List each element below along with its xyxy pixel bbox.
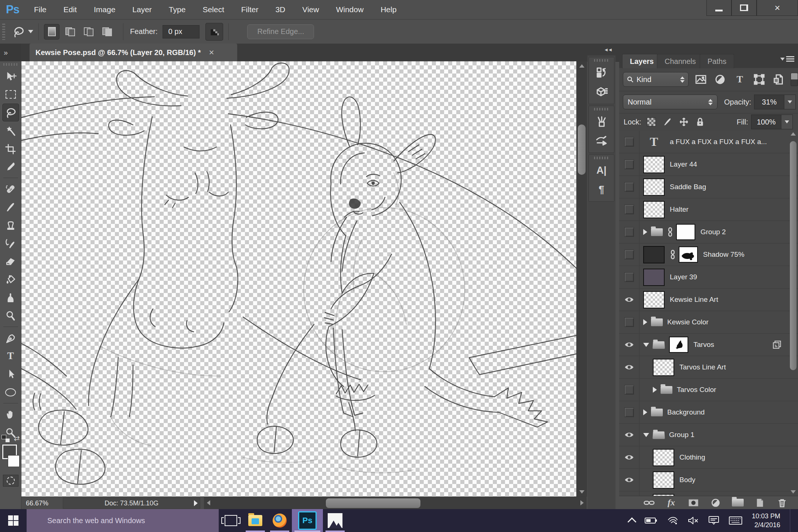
scroll-down-icon[interactable] [579, 490, 584, 494]
magic-wand-tool[interactable] [2, 122, 19, 140]
new-selection-mode-button[interactable] [44, 24, 59, 40]
visibility-toggle[interactable] [619, 491, 640, 496]
volume-muted-icon[interactable] [688, 516, 699, 525]
layer-row[interactable]: Layer 39 [619, 266, 798, 289]
lock-transparent-pixels-button[interactable] [645, 116, 658, 128]
feather-input[interactable] [163, 25, 200, 38]
layer-thumbnail[interactable] [653, 449, 674, 466]
visibility-toggle[interactable] [619, 334, 640, 356]
visibility-toggle[interactable] [619, 446, 640, 468]
intersect-selection-button[interactable] [99, 24, 115, 40]
layer-row[interactable]: Group 1 [619, 424, 798, 446]
menu-edit[interactable]: Edit [64, 5, 77, 14]
3d-panel-button[interactable] [591, 82, 612, 102]
menu-help[interactable]: Help [381, 5, 396, 14]
menu-window[interactable]: Window [336, 5, 364, 14]
layer-name[interactable]: Layer 44 [670, 160, 697, 168]
menu-view[interactable]: View [302, 5, 319, 14]
tab-close-icon[interactable]: × [209, 48, 214, 57]
brush-presets-panel-button[interactable] [591, 112, 612, 131]
visibility-toggle[interactable] [619, 131, 640, 153]
paint-bucket-tool[interactable] [2, 270, 19, 289]
battery-icon[interactable] [645, 517, 657, 524]
type-tool[interactable]: T [2, 347, 19, 365]
tray-overflow-icon[interactable] [627, 517, 636, 526]
status-flyout-icon[interactable] [194, 500, 198, 506]
layer-row[interactable]: Kewsie Line Art [619, 289, 798, 311]
start-button[interactable] [0, 509, 27, 532]
photoshop-taskbar-button[interactable]: Ps [292, 509, 323, 532]
layer-name[interactable]: Kewsie Line Art [670, 296, 718, 304]
close-button[interactable]: × [757, 0, 798, 16]
layer-row[interactable]: Halter [619, 198, 798, 221]
taskbar-search-input[interactable] [27, 509, 219, 532]
layer-name[interactable]: Kewsie Color [667, 318, 709, 326]
layer-row[interactable]: T a FUX a FUX a FUX a FUX a... [619, 131, 798, 153]
clone-stamp-tool[interactable] [2, 216, 19, 234]
link-layers-button[interactable] [643, 497, 655, 508]
layer-name[interactable]: Tarvos Color [677, 386, 716, 394]
eyedropper-tool[interactable] [2, 158, 19, 176]
anti-alias-button[interactable] [205, 23, 223, 41]
layer-thumbnail[interactable] [653, 471, 674, 489]
adjustment-layer-button[interactable] [709, 497, 722, 508]
layer-name[interactable]: Tarvos Line Art [679, 363, 726, 371]
layer-name[interactable]: Group 2 [700, 228, 726, 236]
default-colors-icon[interactable] [1, 435, 10, 442]
tab-paths[interactable]: Paths [700, 54, 734, 68]
layer-name[interactable]: Layer 39 [670, 273, 697, 281]
pen-tool[interactable] [2, 329, 19, 347]
vertical-scroll-thumb[interactable] [578, 125, 586, 175]
horizontal-scroll-thumb[interactable] [326, 498, 420, 508]
zoom-level-field[interactable]: 66.67% [26, 499, 63, 507]
expand-caret-icon[interactable] [653, 387, 657, 393]
photos-button[interactable] [323, 509, 347, 532]
add-to-selection-button[interactable] [62, 24, 78, 40]
dodge-tool[interactable] [2, 307, 19, 325]
canvas-vertical-scrollbar[interactable] [576, 61, 587, 497]
layer-row[interactable]: Layer 2 [619, 491, 798, 496]
scroll-up-icon[interactable] [791, 132, 796, 136]
visibility-toggle[interactable] [619, 198, 640, 221]
crop-tool[interactable] [2, 140, 19, 158]
filter-type-layers-icon[interactable]: T [732, 72, 747, 87]
tool-presets-panel-button[interactable] [591, 131, 612, 150]
smudge-tool[interactable] [2, 289, 19, 307]
tab-layers[interactable]: Layers [622, 54, 662, 68]
history-brush-tool[interactable] [2, 234, 19, 252]
layer-list-scroll-thumb[interactable] [790, 141, 797, 370]
layer-row[interactable]: Group 2 [619, 221, 798, 243]
show-desktop-button[interactable] [790, 509, 793, 532]
file-explorer-button[interactable] [243, 509, 267, 532]
visibility-toggle[interactable] [619, 311, 640, 333]
quick-mask-button[interactable] [3, 475, 18, 487]
add-layer-mask-button[interactable] [687, 497, 700, 508]
lasso-tool[interactable] [2, 103, 19, 122]
layer-row[interactable]: Clothing [619, 446, 798, 469]
paragraph-panel-button[interactable]: ¶ [591, 180, 612, 199]
visibility-toggle[interactable] [619, 356, 640, 378]
menu-type[interactable]: Type [169, 5, 186, 14]
menu-file[interactable]: File [34, 5, 47, 14]
document-tab[interactable]: Kewsie Pose.psd @ 66.7% (Layer 20, RGB/1… [30, 44, 237, 61]
character-panel-button[interactable]: A| [591, 161, 612, 180]
active-tool-preset[interactable] [12, 25, 33, 38]
layer-thumbnail[interactable] [653, 359, 674, 376]
refine-edge-button[interactable]: Refine Edge... [247, 24, 314, 39]
layer-name[interactable]: Tarvos [693, 341, 714, 349]
rectangular-marquee-tool[interactable] [2, 85, 19, 103]
menu-select[interactable]: Select [202, 5, 224, 14]
layer-thumbnail[interactable] [643, 178, 665, 196]
visibility-toggle[interactable] [619, 379, 640, 401]
layer-list-scrollbar[interactable] [789, 132, 797, 495]
subtract-from-selection-button[interactable] [81, 24, 96, 40]
group-mask-thumbnail[interactable] [676, 224, 695, 240]
layer-row[interactable]: Body [619, 469, 798, 491]
move-tool[interactable] [2, 67, 19, 85]
layer-name[interactable]: Saddle Bag [670, 183, 706, 191]
visibility-toggle[interactable] [619, 401, 640, 423]
layer-thumbnail[interactable] [643, 201, 665, 218]
layer-name[interactable]: a FUX a FUX a FUX a FUX a... [670, 138, 767, 146]
layer-row[interactable]: Tarvos Color [619, 379, 798, 401]
visibility-toggle[interactable] [619, 289, 640, 311]
